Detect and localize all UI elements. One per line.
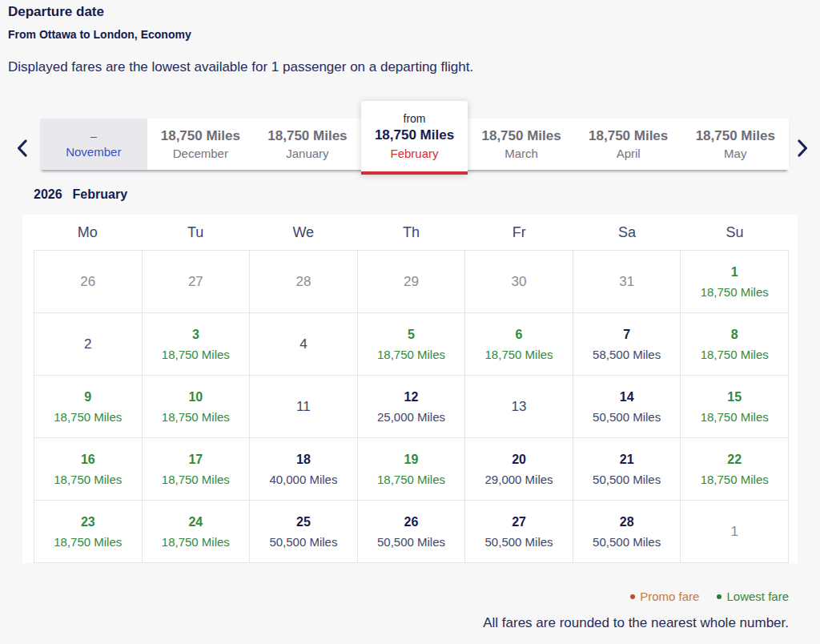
day-number: 1 bbox=[731, 266, 738, 279]
calendar-day-27[interactable]: 2750,500 Miles bbox=[465, 501, 573, 563]
calendar-day-29-adjacent: 29 bbox=[358, 251, 466, 313]
day-number: 26 bbox=[80, 275, 95, 288]
day-number: 27 bbox=[188, 275, 203, 288]
calendar-day-5[interactable]: 518,750 Miles bbox=[358, 313, 466, 376]
day-number: 3 bbox=[192, 328, 199, 341]
month-tab-may[interactable]: 18,750 MilesMay bbox=[681, 119, 789, 170]
promo-fare-dot-icon bbox=[630, 594, 635, 599]
day-fare: 18,750 Miles bbox=[54, 473, 122, 485]
month-tab-march[interactable]: 18,750 MilesMarch bbox=[468, 119, 575, 170]
calendar-day-24[interactable]: 2418,750 Miles bbox=[143, 501, 251, 563]
next-month-arrow-button[interactable] bbox=[793, 139, 814, 159]
calendar-day-18[interactable]: 1840,000 Miles bbox=[250, 438, 358, 501]
day-number: 24 bbox=[188, 516, 203, 529]
day-number: 20 bbox=[512, 453, 526, 466]
tab-month-label: February bbox=[391, 147, 439, 160]
calendar-day-26[interactable]: 2650,500 Miles bbox=[358, 501, 466, 563]
legend-lowest-fare: Lowest fare bbox=[717, 590, 789, 603]
tab-month-label: January bbox=[286, 147, 328, 160]
weekday-label-mo: Mo bbox=[34, 215, 142, 250]
day-number: 6 bbox=[516, 328, 523, 341]
calendar-day-1[interactable]: 118,750 Miles bbox=[681, 251, 789, 313]
calendar-day-28[interactable]: 2850,500 Miles bbox=[573, 501, 681, 563]
month-tab-november[interactable]: –November bbox=[40, 119, 147, 170]
calendar-day-16[interactable]: 1618,750 Miles bbox=[34, 438, 143, 501]
month-tab-april[interactable]: 18,750 MilesApril bbox=[575, 119, 682, 170]
calendar-day-20[interactable]: 2029,000 Miles bbox=[465, 438, 573, 501]
calendar-day-21[interactable]: 2150,500 Miles bbox=[573, 438, 681, 501]
day-number: 7 bbox=[623, 328, 630, 341]
calendar-day-14[interactable]: 1450,500 Miles bbox=[573, 376, 681, 438]
day-fare: 50,500 Miles bbox=[593, 536, 661, 548]
calendar-day-30-adjacent: 30 bbox=[465, 251, 573, 313]
lowest-fare-label: Lowest fare bbox=[726, 590, 789, 603]
day-number: 19 bbox=[404, 453, 419, 466]
calendar-year: 2026 bbox=[34, 187, 62, 201]
page-title: Departure date bbox=[8, 4, 104, 20]
tab-fare-label: 18,750 Miles bbox=[481, 128, 561, 144]
weekday-label-sa: Sa bbox=[573, 215, 681, 250]
day-number: 17 bbox=[188, 453, 203, 466]
promo-fare-label: Promo fare bbox=[640, 590, 699, 603]
tab-month-label: November bbox=[66, 145, 121, 159]
day-fare: 18,750 Miles bbox=[162, 411, 230, 423]
route-subtitle: From Ottawa to London, Economy bbox=[8, 28, 191, 41]
day-number: 29 bbox=[404, 275, 419, 288]
day-fare: 50,500 Miles bbox=[377, 536, 445, 548]
day-fare: 18,750 Miles bbox=[54, 536, 122, 548]
day-number: 31 bbox=[619, 275, 634, 288]
calendar-day-2: 2 bbox=[34, 313, 143, 376]
calendar-day-23[interactable]: 2318,750 Miles bbox=[34, 501, 143, 563]
tab-fare-label: 18,750 Miles bbox=[375, 127, 454, 143]
day-fare: 18,750 Miles bbox=[701, 286, 769, 298]
calendar-day-22[interactable]: 2218,750 Miles bbox=[681, 438, 789, 501]
calendar-day-3[interactable]: 318,750 Miles bbox=[143, 313, 251, 376]
calendar-day-27-adjacent: 27 bbox=[143, 251, 251, 313]
day-fare: 40,000 Miles bbox=[269, 473, 337, 485]
day-number: 11 bbox=[296, 400, 311, 413]
calendar-day-7[interactable]: 758,500 Miles bbox=[573, 313, 681, 376]
calendar-day-11: 11 bbox=[250, 376, 358, 438]
month-tab-february[interactable]: from18,750 MilesFebruary bbox=[361, 101, 468, 175]
weekday-header-row: MoTuWeThFrSaSu bbox=[34, 215, 789, 250]
tab-from-label: from bbox=[404, 112, 426, 126]
day-fare: 18,750 Miles bbox=[485, 348, 553, 360]
month-tab-january[interactable]: 18,750 MilesJanuary bbox=[254, 119, 361, 170]
day-fare: 50,500 Miles bbox=[485, 536, 553, 548]
day-number: 13 bbox=[512, 400, 527, 413]
calendar-day-19[interactable]: 1918,750 Miles bbox=[358, 438, 466, 501]
legend-promo-fare: Promo fare bbox=[630, 590, 699, 603]
calendar-day-28-adjacent: 28 bbox=[250, 251, 358, 313]
day-number: 28 bbox=[620, 516, 634, 529]
calendar-day-12[interactable]: 1225,000 Miles bbox=[358, 376, 466, 438]
chevron-left-icon bbox=[16, 139, 27, 159]
calendar-day-15[interactable]: 1518,750 Miles bbox=[681, 376, 789, 438]
rounding-footnote: All fares are rounded to the nearest who… bbox=[483, 615, 789, 631]
calendar-day-9[interactable]: 918,750 Miles bbox=[34, 376, 143, 438]
day-number: 12 bbox=[404, 391, 419, 404]
previous-month-arrow-button[interactable] bbox=[11, 139, 32, 159]
calendar-day-17[interactable]: 1718,750 Miles bbox=[143, 438, 251, 501]
calendar-day-31-adjacent: 31 bbox=[573, 251, 681, 313]
calendar-day-25[interactable]: 2550,500 Miles bbox=[250, 501, 358, 563]
weekday-label-we: We bbox=[249, 215, 357, 250]
calendar-day-10[interactable]: 1018,750 Miles bbox=[143, 376, 251, 438]
day-fare: 18,750 Miles bbox=[162, 536, 230, 548]
calendar-day-8[interactable]: 818,750 Miles bbox=[681, 313, 789, 376]
day-fare: 18,750 Miles bbox=[54, 411, 122, 423]
tab-fare-label: 18,750 Miles bbox=[696, 128, 775, 144]
day-number: 27 bbox=[512, 516, 526, 529]
day-fare: 50,500 Miles bbox=[269, 536, 337, 548]
month-tab-december[interactable]: 18,750 MilesDecember bbox=[147, 119, 255, 170]
fare-calendar: MoTuWeThFrSaSu 262728293031118,750 Miles… bbox=[22, 215, 798, 563]
day-fare: 18,750 Miles bbox=[162, 473, 230, 485]
weekday-label-su: Su bbox=[681, 215, 789, 250]
calendar-day-26-adjacent: 26 bbox=[34, 251, 143, 313]
calendar-day-6[interactable]: 618,750 Miles bbox=[465, 313, 573, 376]
tab-month-label: April bbox=[617, 147, 641, 160]
weekday-label-fr: Fr bbox=[465, 215, 573, 250]
fare-description: Displayed fares are the lowest available… bbox=[8, 59, 473, 75]
day-number: 9 bbox=[84, 391, 91, 404]
day-number: 8 bbox=[731, 328, 738, 341]
month-tabs: –November18,750 MilesDecember18,750 Mile… bbox=[40, 119, 789, 170]
